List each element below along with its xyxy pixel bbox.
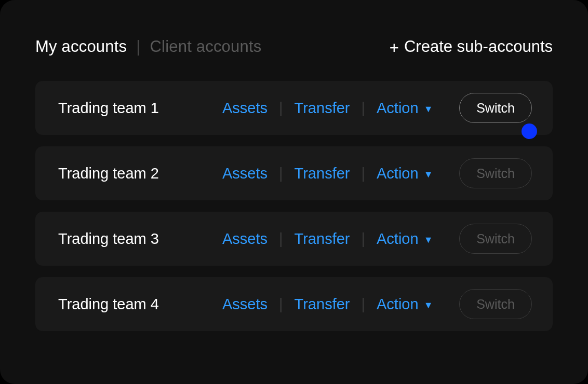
account-row: Trading team 4 Assets | Transfer | Actio… <box>35 277 553 331</box>
assets-link[interactable]: Assets <box>222 100 268 117</box>
caret-down-icon: ▼ <box>424 235 433 245</box>
accounts-list: Trading team 1 Assets | Transfer | Actio… <box>35 81 553 331</box>
account-row: Trading team 2 Assets | Transfer | Actio… <box>35 146 553 200</box>
transfer-link[interactable]: Transfer <box>295 230 350 248</box>
create-sub-accounts-label: Create sub-accounts <box>404 37 553 56</box>
accounts-panel: My accounts | Client accounts + Create s… <box>0 0 588 384</box>
account-name: Trading team 3 <box>58 230 222 248</box>
action-dropdown-label: Action <box>377 296 419 313</box>
tab-my-accounts[interactable]: My accounts <box>35 37 127 56</box>
link-separator: | <box>279 165 283 182</box>
assets-link[interactable]: Assets <box>222 230 268 248</box>
link-separator: | <box>361 296 365 313</box>
switch-button[interactable]: Switch <box>459 289 532 319</box>
active-indicator-dot <box>522 124 537 139</box>
action-dropdown[interactable]: Action ▼ <box>377 230 433 248</box>
caret-down-icon: ▼ <box>424 169 433 180</box>
link-separator: | <box>279 100 283 117</box>
create-sub-accounts-button[interactable]: + Create sub-accounts <box>390 37 553 56</box>
link-separator: | <box>361 100 365 117</box>
account-actions: Assets | Transfer | Action ▼ <box>222 100 459 117</box>
caret-down-icon: ▼ <box>424 300 433 311</box>
tab-client-accounts[interactable]: Client accounts <box>150 37 261 56</box>
action-dropdown[interactable]: Action ▼ <box>377 100 433 117</box>
transfer-link[interactable]: Transfer <box>295 165 350 182</box>
switch-button[interactable]: Switch <box>459 158 532 188</box>
switch-button[interactable]: Switch <box>459 93 532 123</box>
account-row: Trading team 1 Assets | Transfer | Actio… <box>35 81 553 135</box>
action-dropdown-label: Action <box>377 100 419 117</box>
link-separator: | <box>361 230 365 248</box>
account-actions: Assets | Transfer | Action ▼ <box>222 296 459 313</box>
account-name: Trading team 4 <box>58 296 222 313</box>
caret-down-icon: ▼ <box>424 104 433 115</box>
account-actions: Assets | Transfer | Action ▼ <box>222 165 459 182</box>
link-separator: | <box>279 230 283 248</box>
panel-header: My accounts | Client accounts + Create s… <box>35 37 553 56</box>
action-dropdown[interactable]: Action ▼ <box>377 165 433 182</box>
assets-link[interactable]: Assets <box>222 296 268 313</box>
link-separator: | <box>361 165 365 182</box>
link-separator: | <box>279 296 283 313</box>
tab-separator: | <box>136 37 140 56</box>
account-name: Trading team 2 <box>58 165 222 182</box>
action-dropdown-label: Action <box>377 230 419 248</box>
account-row: Trading team 3 Assets | Transfer | Actio… <box>35 212 553 266</box>
account-name: Trading team 1 <box>58 100 222 117</box>
action-dropdown[interactable]: Action ▼ <box>377 296 433 313</box>
assets-link[interactable]: Assets <box>222 165 268 182</box>
transfer-link[interactable]: Transfer <box>295 100 350 117</box>
switch-button[interactable]: Switch <box>459 224 532 254</box>
transfer-link[interactable]: Transfer <box>295 296 350 313</box>
account-actions: Assets | Transfer | Action ▼ <box>222 230 459 248</box>
account-type-tabs: My accounts | Client accounts <box>35 37 261 56</box>
plus-icon: + <box>390 40 399 56</box>
action-dropdown-label: Action <box>377 165 419 182</box>
